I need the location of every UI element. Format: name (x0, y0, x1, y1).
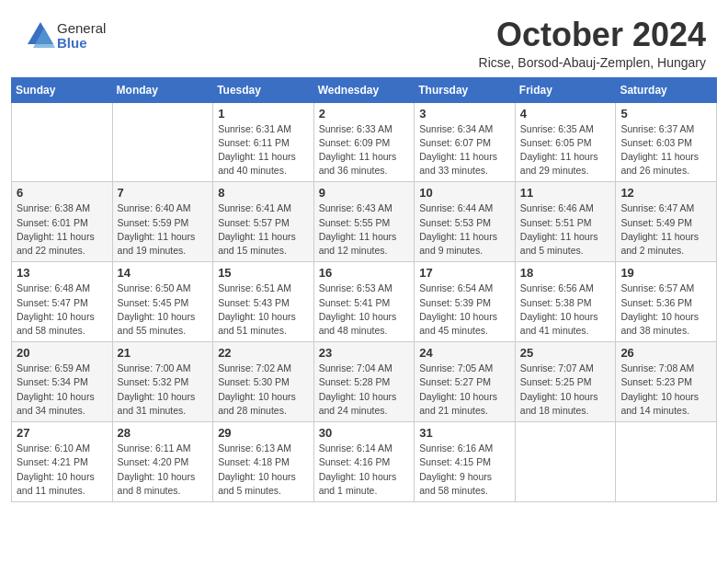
calendar-cell: 6Sunrise: 6:38 AM Sunset: 6:01 PM Daylig… (12, 182, 113, 262)
calendar-week-1: 1Sunrise: 6:31 AM Sunset: 6:11 PM Daylig… (12, 102, 717, 182)
day-number: 28 (118, 426, 209, 440)
day-info: Sunrise: 6:37 AM Sunset: 6:03 PM Dayligh… (620, 122, 711, 178)
day-info: Sunrise: 6:31 AM Sunset: 6:11 PM Dayligh… (218, 122, 309, 178)
calendar-table: SundayMondayTuesdayWednesdayThursdayFrid… (11, 77, 717, 502)
calendar-cell: 11Sunrise: 6:46 AM Sunset: 5:51 PM Dayli… (515, 182, 616, 262)
weekday-header-sunday: Sunday (12, 77, 113, 102)
calendar-week-4: 20Sunrise: 6:59 AM Sunset: 5:34 PM Dayli… (12, 342, 717, 422)
month-title: October 2024 (479, 17, 706, 53)
calendar-cell: 2Sunrise: 6:33 AM Sunset: 6:09 PM Daylig… (313, 102, 415, 182)
calendar-cell: 14Sunrise: 6:50 AM Sunset: 5:45 PM Dayli… (112, 262, 213, 342)
calendar-cell: 18Sunrise: 6:56 AM Sunset: 5:38 PM Dayli… (515, 262, 616, 342)
day-info: Sunrise: 6:41 AM Sunset: 5:57 PM Dayligh… (218, 201, 309, 258)
calendar-cell: 17Sunrise: 6:54 AM Sunset: 5:39 PM Dayli… (415, 262, 516, 342)
calendar-cell: 3Sunrise: 6:34 AM Sunset: 6:07 PM Daylig… (415, 102, 516, 182)
day-number: 20 (17, 346, 108, 360)
calendar-cell: 27Sunrise: 6:10 AM Sunset: 4:21 PM Dayli… (12, 422, 113, 502)
logo-text: General Blue (57, 21, 106, 52)
weekday-header-saturday: Saturday (616, 77, 717, 102)
day-number: 2 (319, 107, 410, 121)
weekday-header-wednesday: Wednesday (313, 77, 415, 102)
calendar-cell: 30Sunrise: 6:14 AM Sunset: 4:16 PM Dayli… (313, 422, 415, 502)
calendar-cell: 10Sunrise: 6:44 AM Sunset: 5:53 PM Dayli… (415, 182, 516, 262)
day-number: 6 (17, 186, 108, 200)
day-info: Sunrise: 6:48 AM Sunset: 5:47 PM Dayligh… (17, 282, 108, 338)
calendar-header: SundayMondayTuesdayWednesdayThursdayFrid… (12, 77, 717, 102)
calendar-cell: 1Sunrise: 6:31 AM Sunset: 6:11 PM Daylig… (213, 102, 314, 182)
day-info: Sunrise: 6:33 AM Sunset: 6:09 PM Dayligh… (319, 122, 410, 178)
day-info: Sunrise: 6:13 AM Sunset: 4:18 PM Dayligh… (218, 442, 309, 498)
day-number: 7 (118, 186, 209, 200)
weekday-header-friday: Friday (515, 77, 616, 102)
calendar-body: 1Sunrise: 6:31 AM Sunset: 6:11 PM Daylig… (12, 102, 717, 501)
day-info: Sunrise: 6:50 AM Sunset: 5:45 PM Dayligh… (118, 282, 209, 338)
weekday-header-tuesday: Tuesday (213, 77, 314, 102)
day-info: Sunrise: 6:56 AM Sunset: 5:38 PM Dayligh… (520, 282, 611, 338)
day-info: Sunrise: 7:00 AM Sunset: 5:32 PM Dayligh… (118, 362, 209, 418)
calendar-cell: 9Sunrise: 6:43 AM Sunset: 5:55 PM Daylig… (313, 182, 415, 262)
day-number: 19 (620, 266, 711, 280)
day-number: 31 (419, 426, 510, 440)
day-info: Sunrise: 7:04 AM Sunset: 5:28 PM Dayligh… (319, 362, 410, 418)
calendar-cell (616, 422, 717, 502)
day-info: Sunrise: 6:51 AM Sunset: 5:43 PM Dayligh… (218, 282, 309, 338)
calendar-week-2: 6Sunrise: 6:38 AM Sunset: 6:01 PM Daylig… (12, 182, 717, 262)
day-info: Sunrise: 6:44 AM Sunset: 5:53 PM Dayligh… (419, 201, 510, 258)
day-info: Sunrise: 6:34 AM Sunset: 6:07 PM Dayligh… (419, 122, 510, 178)
day-info: Sunrise: 6:46 AM Sunset: 5:51 PM Dayligh… (520, 201, 611, 258)
day-number: 26 (620, 346, 711, 360)
day-info: Sunrise: 6:47 AM Sunset: 5:49 PM Dayligh… (620, 201, 711, 258)
calendar-cell: 19Sunrise: 6:57 AM Sunset: 5:36 PM Dayli… (616, 262, 717, 342)
day-number: 1 (218, 107, 309, 121)
day-info: Sunrise: 6:59 AM Sunset: 5:34 PM Dayligh… (17, 362, 108, 418)
weekday-header-thursday: Thursday (415, 77, 516, 102)
day-number: 8 (218, 186, 309, 200)
location-subtitle: Ricse, Borsod-Abauj-Zemplen, Hungary (479, 55, 706, 70)
day-info: Sunrise: 6:16 AM Sunset: 4:15 PM Dayligh… (419, 442, 510, 498)
calendar-cell: 15Sunrise: 6:51 AM Sunset: 5:43 PM Dayli… (213, 262, 314, 342)
calendar-cell: 23Sunrise: 7:04 AM Sunset: 5:28 PM Dayli… (313, 342, 415, 422)
day-number: 18 (520, 266, 611, 280)
day-number: 24 (419, 346, 510, 360)
calendar-cell: 29Sunrise: 6:13 AM Sunset: 4:18 PM Dayli… (213, 422, 314, 502)
day-info: Sunrise: 6:53 AM Sunset: 5:41 PM Dayligh… (319, 282, 410, 338)
day-number: 25 (520, 346, 611, 360)
calendar-cell: 20Sunrise: 6:59 AM Sunset: 5:34 PM Dayli… (12, 342, 113, 422)
day-number: 9 (319, 186, 410, 200)
calendar-cell: 12Sunrise: 6:47 AM Sunset: 5:49 PM Dayli… (616, 182, 717, 262)
calendar-cell: 8Sunrise: 6:41 AM Sunset: 5:57 PM Daylig… (213, 182, 314, 262)
weekday-row: SundayMondayTuesdayWednesdayThursdayFrid… (12, 77, 717, 102)
day-info: Sunrise: 6:14 AM Sunset: 4:16 PM Dayligh… (319, 442, 410, 498)
day-info: Sunrise: 7:07 AM Sunset: 5:25 PM Dayligh… (520, 362, 611, 418)
title-area: October 2024 Ricse, Borsod-Abauj-Zemplen… (479, 17, 706, 70)
day-info: Sunrise: 6:40 AM Sunset: 5:59 PM Dayligh… (118, 201, 209, 258)
calendar-cell: 26Sunrise: 7:08 AM Sunset: 5:23 PM Dayli… (616, 342, 717, 422)
day-number: 13 (17, 266, 108, 280)
day-info: Sunrise: 6:57 AM Sunset: 5:36 PM Dayligh… (620, 282, 711, 338)
calendar-container: SundayMondayTuesdayWednesdayThursdayFrid… (0, 77, 728, 513)
day-info: Sunrise: 6:35 AM Sunset: 6:05 PM Dayligh… (520, 122, 611, 178)
day-number: 15 (218, 266, 309, 280)
day-number: 10 (419, 186, 510, 200)
calendar-cell: 22Sunrise: 7:02 AM Sunset: 5:30 PM Dayli… (213, 342, 314, 422)
logo: General Blue (22, 17, 106, 55)
calendar-cell: 7Sunrise: 6:40 AM Sunset: 5:59 PM Daylig… (112, 182, 213, 262)
page-header: General Blue October 2024 Ricse, Borsod-… (0, 0, 728, 77)
day-number: 21 (118, 346, 209, 360)
day-number: 12 (620, 186, 711, 200)
day-number: 22 (218, 346, 309, 360)
day-number: 11 (520, 186, 611, 200)
day-info: Sunrise: 6:11 AM Sunset: 4:20 PM Dayligh… (118, 442, 209, 498)
day-number: 5 (620, 107, 711, 121)
calendar-week-5: 27Sunrise: 6:10 AM Sunset: 4:21 PM Dayli… (12, 422, 717, 502)
day-number: 29 (218, 426, 309, 440)
day-number: 30 (319, 426, 410, 440)
calendar-cell: 31Sunrise: 6:16 AM Sunset: 4:15 PM Dayli… (415, 422, 516, 502)
day-info: Sunrise: 6:54 AM Sunset: 5:39 PM Dayligh… (419, 282, 510, 338)
calendar-cell: 4Sunrise: 6:35 AM Sunset: 6:05 PM Daylig… (515, 102, 616, 182)
day-number: 27 (17, 426, 108, 440)
day-info: Sunrise: 6:10 AM Sunset: 4:21 PM Dayligh… (17, 442, 108, 498)
day-number: 17 (419, 266, 510, 280)
day-number: 14 (118, 266, 209, 280)
calendar-cell: 25Sunrise: 7:07 AM Sunset: 5:25 PM Dayli… (515, 342, 616, 422)
